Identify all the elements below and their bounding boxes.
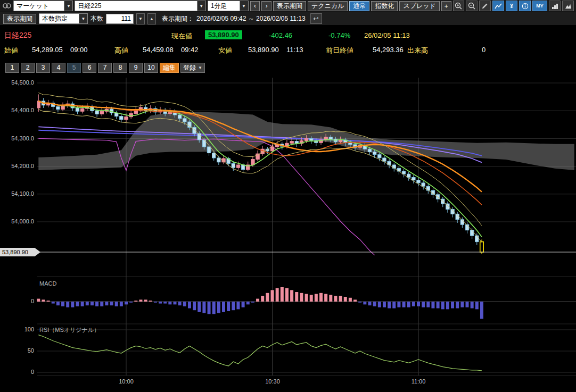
my-page-button[interactable]: MY — [532, 1, 547, 11]
volume-value: 0 — [482, 46, 486, 54]
high-value: 54,459.08 — [143, 46, 174, 54]
main-toolbar: マーケット ▼ 日経225 ▼ 1分足 ▼ ‹ › 表示期間 テクニカル 通常 … — [0, 0, 576, 12]
zoom-in-icon — [455, 2, 462, 10]
open-time: 09:00 — [70, 46, 88, 54]
zoom-out-icon — [468, 2, 475, 10]
x-axis-tick: 11:00 — [408, 378, 429, 385]
rsi-panel-label: RSI（MSオリジナル） — [39, 326, 100, 334]
chevron-down-icon: ▼ — [197, 1, 205, 11]
technical-button[interactable]: テクニカル — [308, 1, 348, 11]
market-select[interactable]: マーケット ▼ — [13, 1, 73, 11]
toolbar-right-group: ¥ MY — [479, 1, 574, 11]
normal-mode-button[interactable]: 通常 — [349, 1, 369, 11]
info-button[interactable] — [519, 1, 531, 11]
next-button[interactable]: › — [261, 1, 271, 11]
prev-close-label: 前日終値 — [326, 46, 353, 55]
y-axis-tick: 54,200.0 — [0, 163, 34, 169]
indexed-button[interactable]: 指数化 — [371, 1, 398, 11]
symbol-select-value: 日経225 — [75, 2, 196, 11]
open-value: 54,289.05 — [32, 46, 63, 54]
count-mode-select[interactable]: 本数指定 ▼ — [39, 13, 88, 24]
add-button[interactable]: ＋ — [441, 1, 451, 11]
chart-tab-1[interactable]: 1 — [5, 63, 19, 73]
chevron-down-icon: ▼ — [79, 14, 87, 23]
zoom-in-button[interactable] — [453, 1, 465, 11]
zoom-out-button[interactable] — [466, 1, 478, 11]
range-label: 表示期間： — [162, 14, 194, 23]
chart-tab-9[interactable]: 9 — [129, 63, 143, 73]
rsi-tick: 50 — [0, 347, 34, 354]
x-axis-tick: 10:30 — [262, 378, 283, 385]
bar-chart-button[interactable] — [549, 1, 561, 11]
price-change-percent: -0.74% — [328, 31, 350, 39]
pencil-icon — [481, 2, 489, 10]
trading-app-window: { "toolbar": { "market": "マーケット", "symbo… — [0, 0, 576, 392]
y-axis-tick: 54,000.0 — [0, 218, 34, 224]
y-axis-tick: 54,400.0 — [0, 107, 34, 113]
current-price-value: 53,890.90 — [205, 30, 242, 39]
volume-label: 出来高 — [407, 46, 428, 55]
low-label: 安値 — [218, 46, 232, 55]
current-price-tag-value: 53,890.90 — [2, 249, 28, 255]
current-price-label: 現在値 — [171, 31, 192, 41]
reset-range-button[interactable]: ↩ — [310, 13, 322, 24]
rsi-tick: 100 — [0, 326, 34, 332]
count-label: 本数 — [90, 14, 103, 23]
low-value: 53,890.90 — [248, 46, 279, 54]
quote-panel: 日経225 現在値 53,890.90 -402.46 -0.74% 26/02… — [0, 26, 576, 61]
chart-tab-6[interactable]: 6 — [83, 63, 96, 73]
count-mode-value: 本数指定 — [39, 14, 79, 23]
line-chart-icon — [495, 3, 502, 10]
chart-tab-7[interactable]: 7 — [98, 63, 112, 73]
y-axis-tick: 54,100.0 — [0, 190, 34, 197]
area-chart-icon — [565, 3, 572, 10]
register-label: 登録 — [183, 63, 196, 72]
display-period-button[interactable]: 表示期間 — [273, 1, 306, 11]
quote-symbol: 日経225 — [4, 31, 31, 40]
macd-panel-label: MACD — [39, 280, 56, 287]
period-mode-button[interactable]: 表示期間 — [3, 14, 36, 24]
high-label: 高値 — [114, 46, 128, 55]
spread-button[interactable]: スプレッド — [399, 1, 439, 11]
register-button[interactable]: 登録 ▼ — [180, 63, 205, 73]
symbol-select[interactable]: 日経225 ▼ — [75, 1, 205, 11]
count-down-button[interactable]: ▼ — [136, 13, 145, 24]
high-time: 09:42 — [181, 46, 199, 54]
chevron-down-icon: ▼ — [198, 65, 202, 70]
count-up-button[interactable]: ▲ — [147, 13, 156, 24]
draw-button[interactable] — [479, 1, 491, 11]
edit-tabs-button[interactable]: 編集 — [160, 63, 179, 73]
bar-chart-icon — [552, 3, 558, 10]
area-chart-button[interactable] — [562, 1, 574, 11]
rsi-tick: 0 — [0, 369, 34, 375]
interval-select[interactable]: 1分足 ▼ — [208, 1, 249, 11]
chart-tab-bar: 1 2 3 4 5 6 7 8 9 10 編集 登録 ▼ — [0, 61, 576, 74]
quote-datetime: 26/02/05 11:13 — [364, 31, 410, 39]
chevron-down-icon: ▼ — [240, 1, 248, 11]
line-chart-button[interactable] — [492, 1, 504, 11]
y-axis-tick: 54,500.0 — [0, 79, 34, 86]
chevron-down-icon: ▼ — [64, 1, 72, 11]
undo-icon: ↩ — [314, 15, 319, 22]
y-axis-tick: 54,300.0 — [0, 135, 34, 141]
chart-tab-10[interactable]: 10 — [144, 63, 158, 73]
price-change: -402.46 — [269, 31, 292, 39]
link-icon[interactable] — [2, 2, 12, 10]
prev-close-value: 54,293.36 — [373, 46, 404, 54]
low-time: 11:13 — [286, 46, 303, 54]
chart-tab-8[interactable]: 8 — [113, 63, 127, 73]
bar-count-input[interactable]: 111 — [106, 14, 134, 24]
chart-tab-4[interactable]: 4 — [52, 63, 65, 73]
interval-select-value: 1分足 — [208, 2, 240, 11]
open-label: 始値 — [4, 46, 18, 55]
x-axis-tick: 10:00 — [116, 378, 137, 385]
prev-button[interactable]: ‹ — [250, 1, 260, 11]
chart-tab-3[interactable]: 3 — [36, 63, 50, 73]
current-price-tag: 53,890.90 — [0, 248, 40, 256]
period-toolbar: 表示期間 本数指定 ▼ 本数 111 ▼ ▲ 表示期間： 2026/02/05 … — [0, 12, 576, 26]
chart-tab-5[interactable]: 5 — [67, 63, 81, 73]
chart-tab-2[interactable]: 2 — [21, 63, 35, 73]
market-select-value: マーケット — [14, 2, 64, 11]
yen-button[interactable]: ¥ — [506, 1, 517, 11]
macd-zero-tick: 0 — [0, 298, 34, 304]
